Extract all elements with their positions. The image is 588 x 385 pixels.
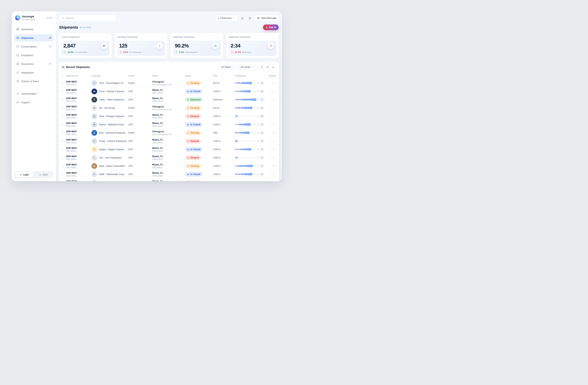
status-filter-dropdown[interactable]: All Status (219, 64, 237, 70)
table-search-button[interactable] (260, 65, 265, 70)
stat-value: 2,847 (63, 43, 76, 49)
table-row[interactable]: SHP-8847 ORD-44521 M Mu - Mu Group FedEx… (59, 104, 279, 112)
row-actions-button[interactable] (271, 155, 276, 160)
select-all-checkbox[interactable] (62, 75, 64, 77)
row-checkbox[interactable] (62, 140, 64, 142)
sidebar-item-documents[interactable]: Documents 24 (14, 60, 53, 67)
sidebar-item-dashboard[interactable]: Dashboard (14, 26, 53, 33)
table-row[interactable]: SHP-8847 ORD-44521 Y Yates - Yates Enter… (59, 96, 279, 104)
row-checkbox[interactable] (62, 98, 64, 101)
eta: 10/6/13 (213, 90, 235, 93)
chevron-right-icon (49, 80, 51, 82)
customer-cell: L Life - Life Corporation (91, 180, 128, 181)
ellipsis-icon (272, 148, 275, 151)
carrier-filter-dropdown[interactable]: All Carrier (238, 64, 256, 70)
row-actions-button[interactable] (271, 180, 276, 181)
route-cell: Chicago,IL from Los Angeles, CA (152, 80, 185, 86)
route-origin: ORD-44521 (152, 150, 185, 152)
order-id: ORD-44521 (66, 117, 91, 119)
new-message-button[interactable]: New Message (254, 15, 279, 21)
table-row[interactable]: SHP-8847 ORD-44521 Ω Ome - Omega Corpora… (59, 112, 279, 120)
dark-theme-button[interactable]: Dark (34, 172, 52, 177)
notifications-button[interactable] (239, 15, 245, 21)
stat-menu-button[interactable] (105, 35, 109, 39)
customer-avatar: L (91, 180, 97, 181)
shipment-id: SHP-8847 (66, 80, 91, 83)
row-checkbox[interactable] (62, 90, 64, 93)
status-filter-label: All Status (221, 66, 231, 68)
actions-cell (271, 105, 276, 111)
row-actions-button[interactable] (271, 172, 276, 177)
row-actions-button[interactable] (271, 122, 276, 127)
row-checkbox[interactable] (62, 148, 64, 151)
carrier: UPS (128, 165, 152, 167)
row-actions-button[interactable] (271, 130, 276, 135)
customer-cell: G Gen - General Enterprise (91, 130, 128, 136)
customer-name: Yates - Yates Enterprise (99, 98, 124, 101)
table-row[interactable]: SHP-8847 ORD-44521 M Kappa - Kappa Corpo… (59, 145, 279, 154)
environment-selector[interactable]: Production (215, 15, 238, 21)
table-download-button[interactable] (271, 65, 276, 70)
carrier: UPS (128, 156, 152, 159)
row-actions-button[interactable] (271, 138, 276, 144)
table-row[interactable]: SHP-8847 ORD-44521 F Fcorp - Futures Ent… (59, 137, 279, 145)
confidence-waveform (235, 180, 268, 181)
search-input[interactable] (66, 17, 113, 19)
stat-menu-button[interactable] (160, 35, 165, 39)
shipment-id: SHP-8847 (66, 155, 91, 158)
table-row[interactable]: SHP-8847 ORD-44521 B Base - Base Corpora… (59, 162, 279, 170)
confidence-waveform (235, 155, 268, 160)
route-destination: Chicago,IL (152, 105, 185, 108)
row-checkbox[interactable] (62, 82, 64, 84)
table-row[interactable]: SHP-8847 ORD-44521 T Tech - Technologies… (59, 79, 279, 87)
chevron-down-icon (232, 66, 234, 68)
table-row[interactable]: SHP-8847 ORD-44521 W Chco - Charlie Corp… (59, 87, 279, 96)
page-title: Shipments (59, 25, 78, 30)
route-origin: from Los Angeles, CA (152, 133, 185, 135)
light-theme-button[interactable]: Light (15, 172, 33, 177)
stat-menu-button[interactable] (216, 35, 221, 39)
row-checkbox[interactable] (62, 123, 64, 126)
row-checkbox[interactable] (62, 173, 64, 176)
confidence-waveform (235, 89, 268, 94)
customer-cell: T Tech - Technologies Co. (91, 80, 128, 86)
eta: 10/6/13 (213, 156, 235, 159)
status-label: Pending (190, 107, 199, 109)
sidebar-item-conversations[interactable]: Conversations 34 (14, 43, 53, 50)
ellipsis-icon (273, 36, 275, 38)
row-checkbox[interactable] (62, 131, 64, 134)
row-actions-button[interactable] (271, 163, 276, 169)
row-actions-button[interactable] (271, 105, 276, 111)
sidebar-item-policies-rules[interactable]: Policies & Rules (14, 78, 53, 85)
table-row[interactable]: SHP-8847 ORD-44521 L Life - Life Corpora… (59, 154, 279, 162)
table-row[interactable]: SHP-8847 ORD-44521 N Nation - National G… (59, 120, 279, 129)
row-actions-button[interactable] (271, 114, 276, 119)
status-icon (187, 82, 189, 84)
sidebar-item-administration[interactable]: Administration (14, 90, 53, 97)
table-filter-button[interactable] (265, 65, 270, 70)
order-id: ORD-44521 (66, 166, 91, 169)
status-cell: Pending (185, 81, 213, 86)
row-actions-button[interactable] (271, 80, 276, 86)
row-actions-button[interactable] (271, 147, 276, 152)
table-row[interactable]: SHP-8847 ORD-44521 L Life - Life Corpora… (59, 178, 279, 181)
sidebar-item-exceptions[interactable]: Exceptions (14, 52, 53, 59)
ask-ai-button[interactable]: Ask AI (263, 24, 279, 30)
sidebar-item-integrations[interactable]: Integrations (14, 69, 53, 76)
settings-button[interactable] (247, 15, 253, 21)
sidebar-item-support[interactable]: Support (14, 99, 53, 106)
table-row[interactable]: SHP-8847 ORD-44521 N NAW - Nationwide Co… (59, 170, 279, 178)
status-icon (187, 90, 189, 93)
table-row[interactable]: SHP-8847 ORD-44521 G Gen - General Enter… (59, 129, 279, 137)
row-checkbox[interactable] (62, 106, 64, 109)
row-checkbox[interactable] (62, 165, 64, 167)
row-actions-button[interactable] (271, 97, 276, 102)
row-checkbox[interactable] (62, 115, 64, 117)
row-actions-button[interactable] (271, 89, 276, 94)
light-theme-label: Light (23, 173, 29, 176)
sidebar-item-shipments[interactable]: Shipments 44 (14, 34, 53, 41)
stat-menu-button[interactable] (272, 35, 276, 39)
customer-name: Life - Life Corporation (99, 156, 122, 159)
row-checkbox[interactable] (62, 156, 64, 159)
eta: 8/2/19 (213, 107, 235, 109)
